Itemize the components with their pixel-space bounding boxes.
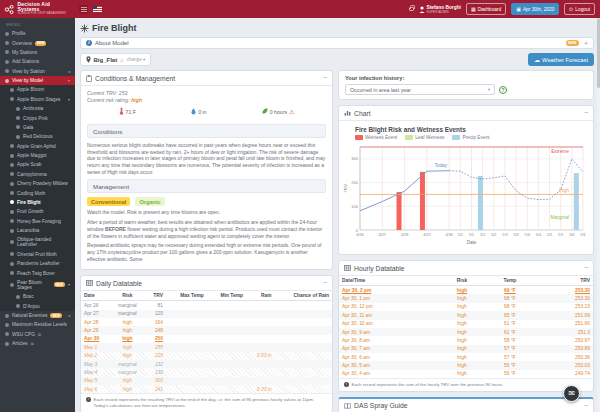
- table-row[interactable]: May 4marginal130: [81, 368, 332, 376]
- table-row[interactable]: Apr 30, 5 amhigh56 °F250.03: [339, 361, 593, 369]
- sidebar-item-honey-bee-foraging[interactable]: Honey Bee Foraging: [0, 217, 75, 226]
- sidebar-item-label: Pear Bloom Stages: [17, 280, 51, 290]
- lock-icon[interactable]: [409, 7, 414, 11]
- sidebar-item-oriental-fruit-moth[interactable]: Oriental Fruit Moth: [0, 250, 75, 259]
- sidebar-item-oblique-banded-leafroller[interactable]: Oblique-banded Leafroller: [0, 235, 75, 249]
- table-row[interactable]: Apr 30, 9 amhigh61 °F251.3: [339, 328, 593, 336]
- sidebar-item-apple-bloom-stages[interactable]: Apple Bloom Stages▾: [0, 95, 75, 104]
- sidebar-item-apple-scab[interactable]: Apple Scab: [0, 160, 75, 169]
- sidebar-item-codling-moth[interactable]: Codling Moth: [0, 188, 75, 197]
- sidebar-item-label: Codling Moth: [17, 191, 45, 196]
- table-row[interactable]: May 5high300: [81, 377, 332, 385]
- svg-text:5/2: 5/2: [480, 233, 485, 237]
- contact-button[interactable]: ✉: [563, 385, 580, 402]
- expand-icon[interactable]: +: [584, 40, 588, 47]
- sidebar-item-apple-grain-aphid[interactable]: Apple Grain Aphid: [0, 142, 75, 151]
- sidebar-item-fire-blight[interactable]: Fire Blight: [0, 198, 75, 207]
- sidebar-item-campylomma[interactable]: Campylomma: [0, 170, 75, 179]
- sidebar-item-apple-bloom[interactable]: Apple Bloom: [0, 85, 75, 94]
- collapse-button[interactable]: −: [323, 75, 327, 81]
- tab-organic[interactable]: Organic: [135, 197, 164, 206]
- user-menu[interactable]: Stefano Borghi SUPER ADMIN: [419, 5, 461, 14]
- sidebar-item-profile[interactable]: Profile: [0, 29, 75, 38]
- about-model-bar[interactable]: i About Model NEW +: [80, 37, 594, 49]
- table-row[interactable]: May 6high2410.33 in: [81, 385, 332, 393]
- sidebar-item-ambrosia[interactable]: Ambrosia: [0, 104, 75, 113]
- collapse-button[interactable]: −: [584, 403, 588, 409]
- bug-icon: [10, 252, 14, 256]
- sidebar-item-d-anjou[interactable]: D'Anjou: [0, 302, 75, 311]
- collapse-button[interactable]: −: [323, 280, 327, 286]
- sidebar-item-cherry-powdery-mildew[interactable]: Cherry Powdery Mildew: [0, 179, 75, 188]
- table-row[interactable]: Apr 30, 12 pmhigh68 °F253.23: [339, 303, 593, 311]
- us-flag-icon[interactable]: [93, 6, 102, 12]
- sidebar-item-view-by-station[interactable]: View by Station◂: [0, 67, 75, 76]
- sidebar-item-red-delicious[interactable]: Red Delicious: [0, 132, 75, 141]
- column-header-trv: TRV: [536, 276, 593, 286]
- sidebar-item-cripps-pink[interactable]: Cripps Pink: [0, 113, 75, 122]
- svg-text:5/2: 5/2: [491, 233, 496, 237]
- table-row[interactable]: Apr 30, 1 pmhigh68 °F253.30: [339, 294, 593, 302]
- menu-toggle-button[interactable]: [79, 5, 88, 14]
- sidebar-item-natural-enemies[interactable]: Natural EnemiesNEW◂: [0, 311, 75, 320]
- table-row[interactable]: May 3marginal132: [81, 360, 332, 368]
- new-badge: NEW: [54, 282, 65, 287]
- table-row[interactable]: May 1high255: [81, 343, 332, 351]
- sidebar-item-pear-bloom-stages[interactable]: Pear Bloom StagesNEW▾: [0, 278, 75, 292]
- table-row[interactable]: Apr 26marginal81: [81, 301, 332, 310]
- dashboard-button[interactable]: ▦ Dashboard: [466, 3, 506, 15]
- infection-history-select[interactable]: Occurred in area last year ▾: [345, 84, 495, 95]
- svg-text:100: 100: [351, 204, 358, 209]
- sidebar-item-add-stations[interactable]: Add Stations: [0, 57, 75, 66]
- hourly-table-title: Hourly Datatable: [354, 265, 405, 272]
- table-row[interactable]: Apr 28high164: [81, 318, 332, 326]
- external-link-icon: ⧉: [38, 332, 41, 337]
- dashboard-icon: ▦: [471, 7, 476, 12]
- sidebar-item-lacanobia[interactable]: Lacanobia: [0, 226, 75, 235]
- leaf-icon: [10, 283, 14, 287]
- table-row[interactable]: May 2high2290.03 in: [81, 352, 332, 360]
- collapse-button[interactable]: −: [584, 265, 588, 271]
- brand[interactable]: Decision Aid Systems SCIENCE FOR CROP MA…: [0, 0, 75, 18]
- table-row[interactable]: Apr 30, 2 pmhigh69 °F253.30: [339, 286, 593, 295]
- chevron-down-icon: ▾: [68, 282, 70, 287]
- sidebar-item-maximum-residue-levels[interactable]: Maximum Residue Levels: [0, 320, 75, 329]
- clipboard-icon: [86, 75, 92, 82]
- table-row[interactable]: Apr 30high250: [81, 335, 332, 343]
- sidebar-item-view-by-model[interactable]: View by Model▾: [0, 76, 75, 85]
- sidebar-item-fruit-growth[interactable]: Fruit Growth: [0, 207, 75, 216]
- table-row[interactable]: Apr 29high248: [81, 326, 332, 334]
- svg-text:5/6: 5/6: [569, 233, 574, 237]
- sidebar-item-bosc[interactable]: Bosc: [0, 292, 75, 301]
- column-header-date-time: Date/Time: [339, 276, 440, 286]
- management-text: Repeated antibiotic sprays may be necess…: [87, 242, 326, 262]
- table-row[interactable]: Apr 30, 7 amhigh57 °F250.89: [339, 345, 593, 353]
- note-icon: i: [86, 397, 91, 402]
- table-row[interactable]: Apr 27marginal120: [81, 310, 332, 318]
- help-button[interactable]: ?: [499, 86, 507, 94]
- table-row[interactable]: Apr 30, 4 amhigh56 °F249.74: [339, 370, 593, 378]
- sidebar-item-label: Lacanobia: [17, 228, 39, 233]
- svg-text:0: 0: [356, 228, 359, 233]
- bug-icon: [10, 262, 14, 266]
- sidebar-item-peach-twig-borer[interactable]: Peach Twig Borer: [0, 268, 75, 277]
- weather-forecast-button[interactable]: ☁ Weather Forecast: [528, 53, 594, 66]
- station-selector[interactable]: Big_Flat ⚠ change ▾: [80, 53, 151, 66]
- sidebar-item-pandemis-leafroller[interactable]: Pandemis Leafroller: [0, 259, 75, 268]
- table-row[interactable]: Apr 30, 6 amhigh57 °F250.36: [339, 353, 593, 361]
- sidebar-item-label: View by Model: [12, 78, 43, 83]
- date-button[interactable]: ▣ Apr 30th, 2020: [511, 3, 559, 15]
- sidebar-item-overview[interactable]: OverviewNEW: [0, 38, 75, 47]
- table-row[interactable]: Apr 30, 10 amhigh61 °F251.66: [339, 320, 593, 328]
- collapse-button[interactable]: −: [584, 110, 588, 116]
- sidebar-item-articles[interactable]: Articles⧉: [0, 339, 75, 348]
- sidebar-item-my-stations[interactable]: My Stations: [0, 48, 75, 57]
- sidebar-item-gala[interactable]: Gala: [0, 123, 75, 132]
- sidebar-item-wsu-cpg[interactable]: WSU CPG⧉: [0, 330, 75, 339]
- logout-button[interactable]: ⏻ Logout: [564, 3, 595, 15]
- tab-conventional[interactable]: Conventional: [87, 197, 130, 206]
- sidebar-item-label: Peach Twig Borer: [17, 271, 55, 276]
- table-row[interactable]: Apr 30, 11 amhigh65 °F251.69: [339, 311, 593, 319]
- table-row[interactable]: Apr 30, 8 amhigh58 °F250.97: [339, 336, 593, 344]
- sidebar-item-apple-maggot[interactable]: Apple Maggot: [0, 151, 75, 160]
